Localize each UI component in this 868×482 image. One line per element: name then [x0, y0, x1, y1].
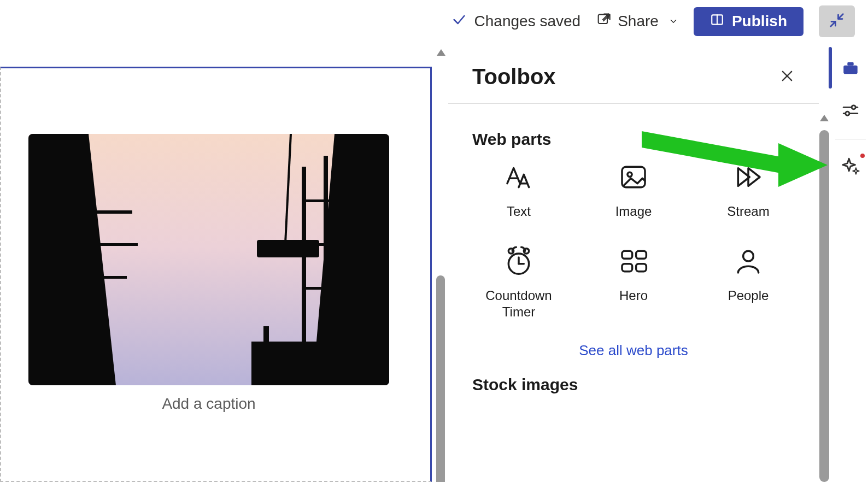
top-bar: Changes saved Share Publish: [0, 0, 868, 43]
svg-rect-11: [324, 156, 328, 352]
webpart-label: People: [728, 287, 769, 304]
share-label: Share: [618, 13, 659, 30]
publish-label: Publish: [732, 13, 787, 30]
svg-rect-16: [258, 241, 318, 256]
publish-button[interactable]: Publish: [694, 7, 804, 36]
svg-rect-34: [636, 264, 647, 272]
people-icon: [733, 246, 764, 279]
webpart-stream[interactable]: Stream: [702, 162, 795, 220]
countdown-icon: [503, 246, 534, 279]
webparts-grid: Text Image: [472, 162, 795, 320]
chevron-down-icon: [665, 13, 678, 30]
panel-scrollbar[interactable]: [819, 115, 830, 482]
svg-rect-6: [78, 243, 138, 246]
stream-icon: [733, 162, 764, 195]
save-status-text: Changes saved: [474, 13, 581, 30]
share-icon: [596, 12, 611, 31]
sparkle-icon: [841, 156, 860, 177]
webpart-label: Countdown Timer: [475, 287, 562, 320]
svg-point-41: [846, 111, 849, 115]
collapse-icon: [829, 12, 845, 31]
see-all-webparts-link[interactable]: See all web parts: [472, 342, 795, 359]
svg-rect-5: [67, 210, 132, 214]
publish-icon: [710, 13, 724, 31]
svg-rect-12: [302, 199, 367, 202]
section-title-stock: Stock images: [472, 375, 795, 394]
panel-title: Toolbox: [472, 64, 556, 89]
svg-rect-36: [843, 66, 858, 74]
section-title-webparts: Web parts: [472, 130, 795, 149]
webpart-people[interactable]: People: [702, 246, 795, 320]
svg-point-39: [852, 105, 855, 109]
collapse-button[interactable]: [819, 5, 855, 37]
toolbox-panel: Toolbox Web parts Text: [448, 46, 819, 482]
webpart-text[interactable]: Text: [472, 162, 565, 220]
svg-rect-9: [251, 342, 389, 385]
svg-rect-37: [847, 62, 853, 66]
close-button[interactable]: [779, 68, 795, 86]
svg-point-29: [508, 249, 513, 254]
webpart-image[interactable]: Image: [587, 162, 680, 220]
svg-rect-10: [302, 167, 306, 352]
notification-dot-icon: [860, 154, 865, 158]
right-rail: [833, 48, 868, 482]
panel-header: Toolbox: [448, 46, 819, 104]
text-icon: [503, 162, 534, 195]
hero-icon: [618, 246, 649, 279]
active-panel-indicator: [829, 47, 832, 89]
svg-rect-33: [622, 264, 632, 272]
scroll-thumb[interactable]: [819, 130, 829, 482]
image-icon: [618, 162, 649, 195]
rail-toolbox[interactable]: [840, 58, 861, 80]
svg-rect-31: [622, 251, 632, 258]
sliders-icon: [841, 101, 860, 122]
save-status: Changes saved: [451, 12, 581, 31]
scroll-up-arrow-icon: [437, 49, 445, 56]
canvas-scrollbar[interactable]: [435, 47, 447, 482]
webpart-countdown-timer[interactable]: Countdown Timer: [472, 246, 565, 320]
webpart-label: Stream: [727, 203, 769, 220]
image-webpart[interactable]: [28, 134, 389, 385]
webpart-hero[interactable]: Hero: [587, 246, 680, 320]
image-placeholder-art: [28, 134, 389, 385]
toolbox-icon: [841, 58, 860, 79]
scroll-thumb[interactable]: [436, 275, 445, 482]
svg-point-30: [524, 249, 529, 254]
svg-point-35: [743, 251, 754, 261]
close-icon: [779, 76, 795, 85]
rail-separator: [835, 139, 866, 139]
svg-rect-7: [61, 276, 127, 279]
webpart-label: Text: [507, 203, 531, 220]
svg-rect-17: [263, 326, 269, 342]
panel-body: Web parts Text: [448, 104, 819, 394]
webpart-label: Hero: [619, 287, 648, 304]
svg-point-23: [627, 172, 632, 177]
share-button[interactable]: Share: [596, 12, 678, 31]
check-icon: [451, 12, 467, 31]
rail-settings[interactable]: [840, 101, 861, 122]
scroll-up-arrow-icon: [820, 115, 829, 121]
rail-copilot[interactable]: [840, 156, 861, 178]
editor-canvas[interactable]: Add a caption: [0, 67, 432, 482]
svg-rect-32: [636, 251, 647, 258]
caption-input[interactable]: Add a caption: [28, 395, 389, 413]
svg-rect-14: [302, 287, 384, 290]
webpart-label: Image: [615, 203, 652, 220]
